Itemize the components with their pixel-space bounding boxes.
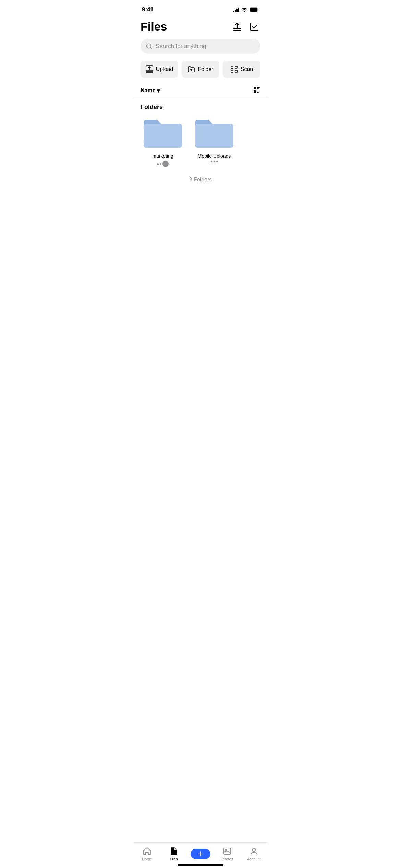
search-icon	[146, 43, 152, 49]
svg-rect-9	[231, 70, 233, 72]
status-bar: 9:41	[134, 0, 267, 17]
action-buttons: Upload Folder Scan	[134, 59, 267, 83]
folder-icon	[187, 65, 195, 73]
dot	[216, 161, 218, 162]
upload-header-button[interactable]	[231, 21, 243, 33]
status-time: 9:41	[142, 6, 154, 13]
dot-large	[162, 161, 169, 167]
svg-rect-10	[254, 87, 256, 89]
svg-rect-11	[257, 87, 260, 88]
page-header: Files	[134, 17, 267, 37]
scan-button[interactable]: Scan	[223, 61, 260, 78]
folder-item[interactable]: Mobile Uploads	[192, 116, 236, 167]
scan-icon	[230, 65, 238, 73]
battery-icon	[250, 7, 259, 12]
page-title: Files	[141, 20, 167, 33]
sort-button[interactable]: Name ▾	[141, 87, 160, 94]
folder-icon-marketing	[142, 116, 183, 150]
dot	[211, 161, 212, 162]
sort-bar: Name ▾	[134, 83, 267, 98]
status-icons	[233, 7, 259, 12]
svg-rect-4	[251, 23, 258, 31]
folders-grid: marketing Mobile Uploads	[134, 113, 267, 170]
header-actions	[231, 21, 260, 33]
svg-rect-14	[257, 91, 260, 91]
svg-rect-3	[233, 30, 241, 31]
dot	[157, 163, 159, 165]
folders-section-title: Folders	[134, 98, 267, 113]
upload-button[interactable]: Upload	[141, 61, 178, 78]
folder-label: Folder	[198, 66, 213, 72]
dot	[160, 163, 161, 165]
dot	[214, 161, 215, 162]
svg-rect-1	[250, 8, 257, 12]
signal-icon	[233, 7, 239, 12]
folder-name-marketing: marketing	[152, 153, 173, 159]
upload-icon	[146, 65, 153, 73]
svg-rect-13	[254, 90, 256, 93]
sort-chevron: ▾	[157, 87, 160, 94]
svg-rect-7	[231, 66, 233, 68]
view-toggle-button[interactable]	[253, 86, 260, 95]
svg-rect-8	[235, 66, 237, 68]
upload-label: Upload	[156, 66, 173, 72]
folder-dots-mobile-uploads[interactable]	[211, 161, 218, 162]
select-header-button[interactable]	[248, 21, 260, 33]
folders-count: 2 Folders	[134, 170, 267, 190]
svg-rect-2	[233, 28, 241, 29]
search-container: Search for anything	[134, 37, 267, 59]
svg-rect-12	[257, 88, 259, 89]
svg-rect-15	[257, 92, 259, 93]
folder-button[interactable]: Folder	[182, 61, 219, 78]
folder-name-mobile-uploads: Mobile Uploads	[198, 153, 231, 159]
scan-label: Scan	[241, 66, 253, 72]
folder-item[interactable]: marketing	[141, 116, 185, 167]
folder-icon-mobile-uploads	[194, 116, 235, 150]
sort-name: Name	[141, 87, 156, 94]
search-placeholder: Search for anything	[156, 43, 206, 50]
search-bar[interactable]: Search for anything	[141, 39, 260, 54]
folder-dots-marketing[interactable]	[157, 161, 169, 167]
wifi-icon	[241, 7, 247, 12]
